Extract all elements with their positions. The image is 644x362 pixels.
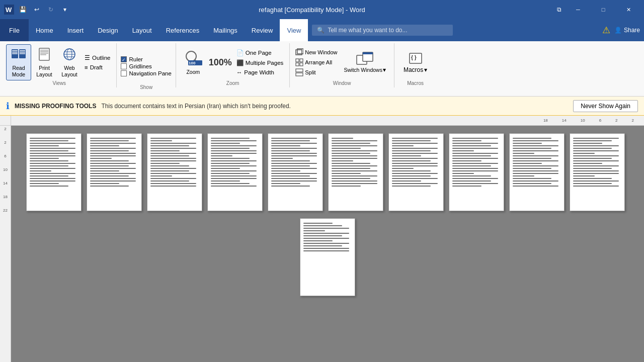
- print-layout-button[interactable]: PrintLayout: [32, 44, 56, 80]
- multiple-pages-label: Multiple Pages: [246, 60, 283, 66]
- page-width-icon: ↔: [236, 69, 243, 75]
- content-area: 2 2 6 10 14 18 22: [0, 126, 644, 362]
- navigation-checkbox[interactable]: [121, 70, 127, 76]
- document-area: 18 14 10 6 2 2 2 2 6 10 14 18 22: [0, 116, 644, 362]
- views-small-buttons: ☰ Outline ≡ Draft: [83, 44, 112, 80]
- switch-windows-icon: [356, 51, 374, 66]
- outline-button[interactable]: ☰ Outline: [83, 53, 112, 62]
- menu-view[interactable]: View: [280, 19, 308, 41]
- ruler-numbers: 18 14 10 6 2 2: [11, 116, 644, 125]
- switch-windows-button[interactable]: Switch Windows ▾: [340, 44, 389, 80]
- redo-button[interactable]: ↻: [45, 4, 56, 15]
- svg-rect-11: [40, 50, 48, 51]
- arrange-all-button[interactable]: Arrange All: [294, 58, 339, 67]
- pages-row-2: [26, 218, 629, 296]
- minimize-button[interactable]: ─: [567, 0, 590, 19]
- svg-rect-5: [12, 52, 18, 53]
- zoom-buttons: 100 Zoom 100% 📄 One Page ⬛ Multiple Pa: [180, 44, 285, 80]
- page-thumb-6: [328, 133, 383, 211]
- outline-label: Outline: [92, 55, 110, 61]
- print-layout-icon: [37, 47, 51, 64]
- read-mode-label: ReadMode: [12, 65, 25, 77]
- show-buttons: Ruler Gridlines Navigation Pane: [121, 44, 171, 84]
- page-thumb-7: [388, 133, 444, 211]
- multiple-pages-button[interactable]: ⬛ Multiple Pages: [234, 58, 285, 67]
- never-show-again-button[interactable]: Never Show Again: [573, 100, 638, 112]
- page-thumb-1: [26, 133, 82, 211]
- split-label: Split: [305, 69, 315, 75]
- restore-button[interactable]: ⧉: [553, 4, 565, 15]
- svg-rect-31: [296, 73, 303, 76]
- ribbon-content: ReadMode PrintLayout: [0, 43, 644, 88]
- ribbon-show-group: Ruler Gridlines Navigation Pane Show: [117, 43, 176, 87]
- undo-button[interactable]: ↩: [31, 4, 42, 15]
- tell-me-search[interactable]: 🔍 Tell me what you want to do...: [312, 25, 453, 36]
- gridlines-label: Gridlines: [129, 63, 151, 69]
- window-controls: ⧉ ─ □ ✕: [553, 0, 640, 19]
- maximize-button[interactable]: □: [592, 0, 615, 19]
- switch-windows-label: Switch Windows ▾: [344, 66, 385, 73]
- window-group-label: Window: [333, 80, 351, 87]
- read-mode-button[interactable]: ReadMode: [6, 44, 31, 80]
- ruler-corner: [0, 116, 11, 125]
- views-buttons: ReadMode PrintLayout: [6, 44, 112, 80]
- ribbon: ReadMode PrintLayout: [0, 41, 644, 97]
- menu-file[interactable]: File: [0, 19, 29, 41]
- new-window-button[interactable]: New Window: [294, 48, 339, 57]
- macros-group-label: Macros: [407, 80, 424, 87]
- menu-references[interactable]: References: [159, 19, 206, 41]
- ruler-checkbox[interactable]: [121, 56, 127, 62]
- macros-button[interactable]: { } Macros ▾: [398, 44, 432, 80]
- search-placeholder: Tell me what you want to do...: [328, 27, 407, 34]
- menu-layout[interactable]: Layout: [125, 19, 159, 41]
- save-button[interactable]: 💾: [17, 4, 28, 15]
- svg-rect-4: [12, 50, 18, 51]
- ribbon-window-group: New Window Arrange All: [290, 43, 394, 87]
- page-thumb-10: [570, 133, 625, 211]
- window-buttons: New Window Arrange All: [294, 44, 390, 80]
- navigation-checkbox-row[interactable]: Navigation Pane: [121, 70, 171, 76]
- zoom-group-label: Zoom: [226, 80, 239, 87]
- gridlines-checkbox-row[interactable]: Gridlines: [121, 63, 171, 69]
- menu-insert[interactable]: Insert: [60, 19, 91, 41]
- zoom-percent-button[interactable]: 100%: [209, 44, 231, 80]
- top-ruler: 18 14 10 6 2 2: [0, 116, 644, 126]
- split-button[interactable]: Split: [294, 68, 339, 77]
- ruler-checkbox-row[interactable]: Ruler: [121, 56, 171, 62]
- svg-rect-12: [40, 51, 48, 52]
- svg-rect-7: [20, 50, 25, 51]
- svg-rect-30: [296, 69, 303, 72]
- menu-home[interactable]: Home: [29, 19, 60, 41]
- menu-mailings[interactable]: Mailings: [206, 19, 245, 41]
- web-layout-label: WebLayout: [61, 65, 77, 77]
- outline-icon: ☰: [85, 54, 90, 61]
- zoom-button[interactable]: 100 Zoom: [180, 44, 206, 80]
- page-thumb-8: [449, 133, 504, 211]
- page-thumb-4: [207, 133, 263, 211]
- show-group-label: Show: [140, 84, 152, 91]
- svg-rect-9: [20, 53, 25, 54]
- gridlines-checkbox[interactable]: [121, 63, 127, 69]
- zoom-percent-label: 100%: [209, 57, 232, 68]
- svg-rect-27: [300, 59, 303, 62]
- one-page-button[interactable]: 📄 One Page: [234, 48, 285, 57]
- svg-rect-26: [296, 59, 299, 62]
- close-button[interactable]: ✕: [617, 0, 640, 19]
- one-page-icon: 📄: [236, 49, 244, 56]
- warning-bar: ℹ MISSING PROOFING TOOLS This document c…: [0, 97, 644, 116]
- window-small-buttons: New Window Arrange All: [294, 44, 339, 80]
- warning-message: This document contains text in Persian (…: [101, 103, 290, 110]
- draft-icon: ≡: [85, 64, 88, 70]
- menu-design[interactable]: Design: [91, 19, 125, 41]
- page-width-button[interactable]: ↔ Page Width: [234, 68, 285, 76]
- warning-info-icon: ℹ: [6, 101, 10, 112]
- draft-button[interactable]: ≡ Draft: [83, 63, 112, 71]
- page-width-label: Page Width: [244, 69, 274, 75]
- new-window-label: New Window: [305, 49, 337, 55]
- macros-icon: { }: [408, 51, 424, 66]
- menu-review[interactable]: Review: [245, 19, 280, 41]
- share-button[interactable]: 👤 Share: [614, 27, 640, 34]
- web-layout-button[interactable]: WebLayout: [57, 44, 82, 80]
- customize-qat-button[interactable]: ▾: [59, 4, 70, 15]
- menu-bar: File Home Insert Design Layout Reference…: [0, 19, 644, 41]
